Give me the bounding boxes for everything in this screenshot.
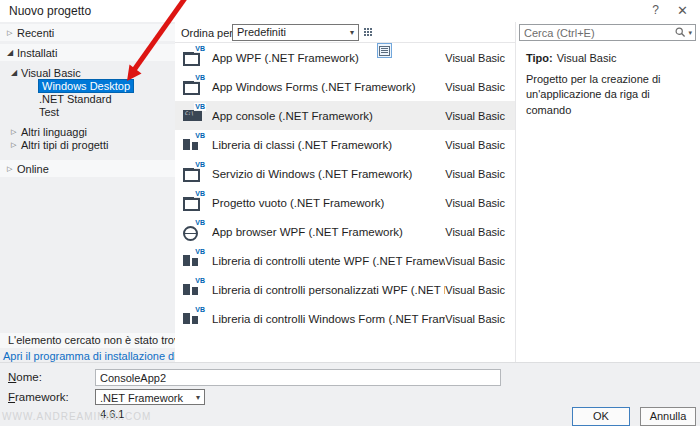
chevron-down-icon: ▾	[350, 25, 354, 40]
search-options-chevron-icon[interactable]: ▾	[688, 29, 692, 37]
template-name: Libreria di controlli utente WPF (.NET F…	[212, 255, 445, 267]
not-found-text: L'elemento cercato non è stato trovato?	[0, 333, 175, 348]
console-icon: C:\VB	[182, 106, 206, 126]
sort-by-label: Ordina per:	[181, 27, 236, 39]
custom-control-blocks-icon: VB	[182, 280, 206, 300]
class-stack-blocks-icon: VB	[182, 135, 206, 155]
template-name: Libreria di controlli personalizzati WPF…	[212, 284, 445, 296]
ok-button[interactable]: OK	[572, 407, 630, 426]
template-row-servizio-di-windows-net-framework[interactable]: VBServizio di Windows (.NET Framework)Vi…	[175, 159, 515, 188]
small-icons-view-button[interactable]	[360, 24, 375, 39]
vb-badge-icon: VB	[194, 161, 206, 169]
watermark-text: WWW.ANDREAMININI.COM	[2, 411, 151, 422]
template-row-app-wpf-net-framework[interactable]: VBApp WPF (.NET Framework)Visual Basic	[175, 43, 515, 72]
sidebar-item-altri-linguaggi[interactable]: ▷Altri linguaggi	[0, 125, 175, 138]
project-glyph	[183, 168, 200, 182]
template-row-app-browser-wpf-net-framework[interactable]: VBApp browser WPF (.NET Framework)Visual…	[175, 217, 515, 246]
template-row-app-windows-forms-net-framework[interactable]: VBApp Windows Forms (.NET Framework)Visu…	[175, 72, 515, 101]
search-icon[interactable]	[675, 27, 686, 38]
project-glyph	[183, 52, 200, 66]
template-row-libreria-di-classi-net-framework[interactable]: VBLibreria di classi (.NET Framework)Vis…	[175, 130, 515, 159]
expanded-expander-icon[interactable]: ◢	[7, 48, 17, 57]
vb-badge-icon: VB	[194, 306, 206, 314]
sidebar-item-online[interactable]: ▷Online	[0, 160, 175, 177]
sidebar-item-label: .NET Standard	[39, 93, 112, 105]
sidebar-item-label: Online	[17, 163, 49, 175]
template-language: Visual Basic	[445, 168, 515, 180]
template-name: App console (.NET Framework)	[212, 110, 445, 122]
project-glyph	[183, 226, 198, 241]
category-sidebar: ▷Recenti◢Installati◢Visual BasicWindows …	[0, 22, 175, 362]
project-glyph	[183, 255, 190, 266]
sidebar-item-installati[interactable]: ◢Installati	[0, 44, 175, 61]
template-description: Progetto per la creazione di un'applicaz…	[526, 72, 692, 118]
cancel-button[interactable]: Annulla	[640, 407, 696, 426]
project-name-input[interactable]	[95, 369, 501, 386]
expanded-expander-icon[interactable]: ◢	[11, 68, 21, 77]
browser-globe-icon: VB	[182, 222, 206, 242]
project-glyph	[183, 197, 200, 211]
collapsed-expander-icon[interactable]: ▷	[7, 165, 17, 173]
vb-badge-icon: VB	[194, 190, 206, 198]
sidebar-item-test[interactable]: Test	[0, 105, 175, 118]
collapsed-expander-icon[interactable]: ▷	[11, 141, 21, 149]
project-glyph	[183, 313, 190, 324]
user-control-blocks-icon: VB	[182, 251, 206, 271]
wpf-window-icon: VB	[182, 48, 206, 68]
collapsed-expander-icon[interactable]: ▷	[11, 128, 21, 136]
template-name: App WPF (.NET Framework)	[212, 52, 445, 64]
template-name: Libreria di classi (.NET Framework)	[212, 139, 445, 151]
template-pane: Ordina per: Predefiniti ▾ VBApp WPF (.NE…	[175, 22, 515, 362]
template-row-progetto-vuoto-net-framework[interactable]: VBProgetto vuoto (.NET Framework)Visual …	[175, 188, 515, 217]
project-glyph	[183, 81, 200, 95]
sidebar-item-windows-desktop[interactable]: Windows Desktop	[0, 79, 175, 92]
sidebar-item-label: Windows Desktop	[38, 79, 134, 93]
template-name: Libreria di controlli Windows Form (.NET…	[212, 313, 445, 325]
template-name: Servizio di Windows (.NET Framework)	[212, 168, 445, 180]
vb-badge-icon: VB	[194, 219, 206, 227]
sidebar-item-label: Installati	[17, 47, 57, 59]
template-language: Visual Basic	[445, 313, 515, 325]
template-row-libreria-di-controlli-utente-wpf-net-framework[interactable]: VBLibreria di controlli utente WPF (.NET…	[175, 246, 515, 275]
project-glyph: C:\	[183, 110, 202, 121]
new-project-dialog: Nuovo progetto ? ✕ ▷Recenti◢Installati◢V…	[0, 0, 700, 426]
sidebar-item-net-standard[interactable]: .NET Standard	[0, 92, 175, 105]
framework-dropdown[interactable]: .NET Framework 4.6.1 ▾	[95, 389, 205, 405]
help-button[interactable]: ?	[652, 3, 659, 17]
template-name: App Windows Forms (.NET Framework)	[212, 81, 445, 93]
sort-by-dropdown[interactable]: Predefiniti ▾	[232, 24, 359, 41]
template-language: Visual Basic	[445, 226, 515, 238]
template-language: Visual Basic	[445, 81, 515, 93]
dialog-title: Nuovo progetto	[9, 4, 91, 18]
collapsed-expander-icon[interactable]: ▷	[7, 29, 17, 37]
project-glyph	[183, 284, 190, 295]
search-input[interactable]	[520, 27, 675, 39]
template-language: Visual Basic	[445, 284, 515, 296]
sidebar-item-altri-tipi-di-progetti[interactable]: ▷Altri tipi di progetti	[0, 138, 175, 151]
sort-by-value: Predefiniti	[237, 26, 286, 38]
template-row-app-console-net-framework[interactable]: C:\VBApp console (.NET Framework)Visual …	[175, 101, 515, 130]
project-glyph	[183, 139, 190, 150]
close-icon[interactable]: ✕	[677, 3, 688, 18]
sidebar-item-label: Recenti	[17, 27, 54, 39]
empty-window-icon: VB	[182, 193, 206, 213]
template-row-libreria-di-controlli-personalizzati-wpf-net-framework[interactable]: VBLibreria di controlli personalizzati W…	[175, 275, 515, 304]
template-row-libreria-di-controlli-windows-form-net-framework[interactable]: VBLibreria di controlli Windows Form (.N…	[175, 304, 515, 333]
template-language: Visual Basic	[445, 139, 515, 151]
forms-window-icon: VB	[182, 77, 206, 97]
chevron-down-icon: ▾	[196, 390, 200, 406]
template-name: App browser WPF (.NET Framework)	[212, 226, 445, 238]
category-tree-list: ▷Recenti◢Installati◢Visual BasicWindows …	[0, 24, 175, 180]
details-pane: ▾ Tipo:Visual Basic Progetto per la crea…	[515, 22, 700, 362]
template-language: Visual Basic	[445, 52, 515, 64]
sidebar-item-label: Altri tipi di progetti	[21, 139, 108, 151]
sidebar-item-label: Altri linguaggi	[21, 126, 87, 138]
vb-badge-icon: VB	[194, 132, 206, 140]
type-line: Tipo:Visual Basic	[526, 52, 692, 64]
sidebar-item-recenti[interactable]: ▷Recenti	[0, 24, 175, 41]
template-name: Progetto vuoto (.NET Framework)	[212, 197, 445, 209]
sidebar-item-visual-basic[interactable]: ◢Visual Basic	[0, 66, 175, 79]
search-box: ▾	[519, 24, 696, 41]
template-language: Visual Basic	[445, 255, 515, 267]
sidebar-item-label: Visual Basic	[21, 67, 81, 79]
